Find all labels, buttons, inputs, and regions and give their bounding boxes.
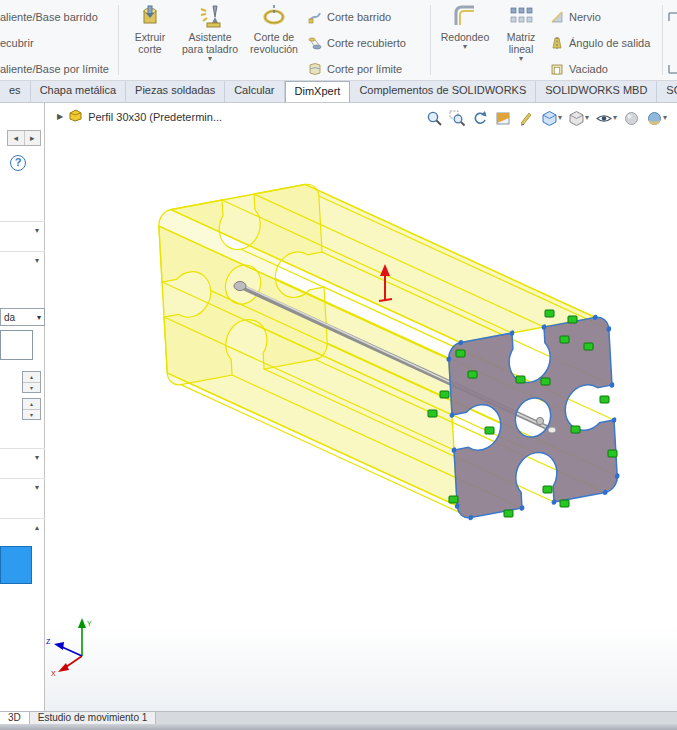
linear-pattern-icon: [508, 3, 534, 29]
ribbon-separator: [118, 5, 119, 75]
group-collapse-row[interactable]: ▾: [0, 448, 45, 466]
selection-list-box[interactable]: [0, 330, 33, 360]
ribbon-separator: [430, 5, 431, 75]
model-scene[interactable]: Y Z X: [45, 103, 677, 711]
ribbon-button-loft-sweep[interactable]: aliente/Base barrido: [0, 6, 98, 28]
extruded-cut-button[interactable]: Extruir corte: [124, 3, 176, 55]
linear-pattern-button[interactable]: Matriz lineal ▾: [496, 3, 546, 63]
workspace: ◂ ▸ ? ▾ ▾ da ▾ ▴ ▾ ▴ ▾: [0, 103, 677, 711]
dimxpert-relation-badge[interactable]: [600, 396, 609, 403]
dimxpert-relation-badge[interactable]: [468, 371, 477, 378]
section-view-button[interactable]: [493, 107, 514, 129]
model-3d[interactable]: [158, 130, 621, 573]
feature-tree-root[interactable]: ▶ Perfil 30x30 (Predetermin...: [57, 109, 222, 124]
annotation-visibility-button[interactable]: [516, 107, 537, 129]
zoom-area-button[interactable]: [447, 107, 468, 129]
dropdown-caret-icon[interactable]: ▾: [208, 55, 212, 63]
draft-icon: [550, 36, 564, 50]
lofted-cut-button[interactable]: Corte recubierto: [308, 32, 406, 54]
origin-triad[interactable]: Y Z X: [46, 618, 92, 677]
value-spinner[interactable]: ▴ ▾: [22, 371, 41, 393]
tab-clipped-right[interactable]: SOLID: [657, 81, 677, 103]
dimxpert-relation-badge[interactable]: [449, 496, 458, 503]
dropdown-caret-icon[interactable]: ▾: [585, 114, 589, 122]
bottom-tab-bar: 3D Estudio de movimiento 1: [0, 711, 677, 724]
dimxpert-relation-badge[interactable]: [560, 336, 569, 343]
revolved-cut-button[interactable]: Corte de revolución: [243, 3, 305, 55]
dropdown-caret-icon[interactable]: ▾: [463, 43, 467, 51]
ribbon-label: aliente/Base por límite: [0, 63, 109, 75]
ribbon-label: ecubrir: [0, 37, 34, 49]
display-style-button[interactable]: ▾: [566, 107, 591, 129]
dropdown-caret-icon[interactable]: ▾: [663, 114, 667, 122]
selection-combo[interactable]: da ▾: [0, 308, 45, 326]
tab-calcular[interactable]: Calcular: [225, 81, 284, 103]
ribbon-label: Nervio: [569, 11, 601, 23]
dimxpert-relation-badge[interactable]: [485, 427, 494, 434]
dimxpert-relation-badge[interactable]: [560, 500, 569, 507]
help-icon[interactable]: ?: [10, 155, 26, 171]
group-collapse-row[interactable]: ▾: [0, 251, 45, 269]
view-orientation-button[interactable]: ▾: [539, 107, 564, 129]
y-axis-label: Y: [87, 620, 92, 627]
model-tab[interactable]: 3D: [0, 712, 30, 724]
hole-wizard-button[interactable]: Asistente para taladro ▾: [178, 3, 242, 63]
z-axis-arrowhead: [54, 642, 64, 650]
rib-button[interactable]: Nervio: [550, 6, 601, 28]
dimxpert-relation-badge[interactable]: [440, 391, 449, 398]
ribbon-label: Ángulo de salida: [569, 37, 650, 49]
tab-piezas-soldadas[interactable]: Piezas soldadas: [126, 81, 225, 103]
dimxpert-relation-badge[interactable]: [608, 450, 617, 457]
dropdown-caret-icon[interactable]: ▾: [519, 55, 523, 63]
apply-scene-button[interactable]: ▾: [644, 107, 669, 129]
tab-dimxpert[interactable]: DimXpert: [285, 81, 351, 103]
tab-operaciones-clipped[interactable]: es: [0, 81, 31, 103]
dimxpert-relation-badge[interactable]: [516, 376, 525, 383]
swept-cut-button[interactable]: Corte barrido: [308, 6, 391, 28]
shell-button[interactable]: Vaciado: [550, 58, 608, 80]
dropdown-caret-icon[interactable]: ▾: [558, 114, 562, 122]
fillet-icon: [452, 3, 478, 29]
hide-show-items-button[interactable]: ▾: [593, 107, 619, 129]
ribbon-label: aliente/Base barrido: [0, 11, 98, 23]
fillet-button[interactable]: Redondeo ▾: [436, 3, 494, 51]
dropdown-caret-icon[interactable]: ▾: [613, 114, 617, 122]
ribbon-label: Corte barrido: [327, 11, 391, 23]
status-bar: [0, 724, 677, 730]
value-spinner[interactable]: ▴ ▾: [22, 398, 41, 420]
dimxpert-relation-badge[interactable]: [428, 410, 437, 417]
boundary-cut-button[interactable]: Corte por límite: [308, 58, 402, 80]
tab-chapa-metalica[interactable]: Chapa metálica: [31, 81, 126, 103]
zoom-fit-button[interactable]: [424, 107, 445, 129]
dimxpert-relation-badge[interactable]: [545, 310, 554, 317]
previous-view-button[interactable]: [470, 107, 491, 129]
previous-view-icon: [472, 110, 489, 127]
tab-solidworks-mbd[interactable]: SOLIDWORKS MBD: [536, 81, 657, 103]
tab-complementos[interactable]: Complementos de SOLIDWORKS: [350, 81, 536, 103]
edit-appearance-button[interactable]: [621, 107, 642, 129]
group-expand-row[interactable]: ▴: [0, 518, 45, 536]
dimxpert-relation-badge[interactable]: [584, 343, 593, 350]
color-swatch[interactable]: [0, 546, 32, 584]
ribbon-button-boundary[interactable]: aliente/Base por límite: [0, 58, 109, 80]
chevron-down-icon: ▾: [35, 226, 39, 235]
rod-tip: [536, 417, 543, 424]
draft-button[interactable]: Ángulo de salida: [550, 32, 650, 54]
dimxpert-relation-badge[interactable]: [541, 378, 550, 385]
group-collapse-row[interactable]: ▾: [0, 478, 45, 496]
panel-nav: ◂ ▸: [7, 130, 41, 146]
ribbon-label: Corte por límite: [327, 63, 402, 75]
nav-back-icon[interactable]: ◂: [8, 131, 25, 145]
nav-forward-icon[interactable]: ▸: [25, 131, 41, 145]
dimxpert-relation-badge[interactable]: [543, 486, 552, 493]
ribbon-button-loft[interactable]: ecubrir: [0, 32, 34, 54]
clipped-ribbon-icon: [668, 58, 677, 80]
dimxpert-relation-badge[interactable]: [568, 316, 577, 323]
dimxpert-relation-badge[interactable]: [456, 350, 465, 357]
group-collapse-row[interactable]: ▾: [0, 221, 45, 239]
dimxpert-relation-badge[interactable]: [504, 510, 513, 517]
motion-study-tab[interactable]: Estudio de movimiento 1: [30, 712, 157, 724]
graphics-area[interactable]: ▶ Perfil 30x30 (Predetermin...: [45, 103, 677, 711]
dimxpert-relation-badge[interactable]: [571, 426, 580, 433]
tree-expand-icon[interactable]: ▶: [57, 112, 63, 121]
